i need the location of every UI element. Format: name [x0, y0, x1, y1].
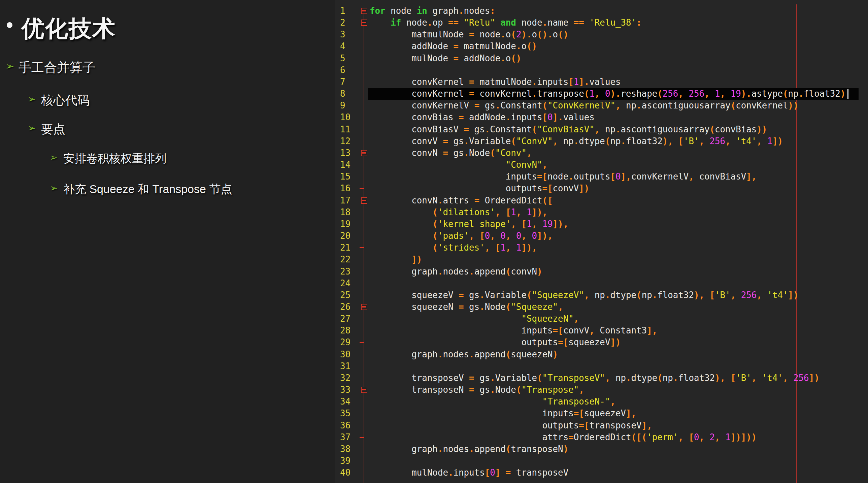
code-line-36[interactable]: 36 outputs=[transposeV], [335, 420, 868, 431]
code-line-29[interactable]: 29 outputs=[squeezeV]) [335, 336, 868, 348]
code-line-23[interactable]: 23 graph.nodes.append(convN) [335, 266, 868, 277]
line-number: 11 [340, 124, 350, 135]
line-number: 25 [340, 289, 350, 301]
code-line-4[interactable]: 4 addNode = matmulNode.o() [335, 40, 868, 52]
code-line-38[interactable]: 38 graph.nodes.append(transposeN) [335, 443, 868, 455]
outline-item-core-code: 核心代码 [41, 92, 90, 109]
fold-toggle-icon[interactable] [361, 387, 367, 393]
code-text: ('pads', [0, 0, 0, 0]), [370, 230, 553, 242]
line-number: 34 [340, 396, 350, 407]
code-line-6[interactable]: 6 [335, 64, 868, 76]
code-text: inputs=[node.outputs[0],convKernelV, con… [370, 171, 756, 183]
code-line-40[interactable]: 40 mulNode.inputs[0] = transposeV [335, 467, 868, 479]
fold-end-marker [360, 247, 364, 248]
code-text: convBias = addNode.inputs[0].values [370, 112, 595, 123]
line-number: 13 [340, 147, 350, 159]
code-text: "SqueezeN", [370, 313, 579, 325]
code-line-3[interactable]: 3 matmulNode = node.o(2).o().o() [335, 29, 868, 40]
line-number: 28 [340, 325, 350, 336]
line-number: 15 [340, 171, 350, 183]
line-number: 37 [340, 431, 350, 443]
code-line-24[interactable]: 24 [335, 277, 868, 289]
line-number: 31 [340, 360, 350, 372]
text-caret [847, 89, 848, 99]
code-line-26[interactable]: 26 squeezeN = gs.Node("Squeeze", [335, 301, 868, 313]
code-line-12[interactable]: 12 convV = gs.Variable("ConvV", np.dtype… [335, 135, 868, 147]
line-number: 36 [340, 420, 350, 431]
code-line-14[interactable]: 14 "ConvN", [335, 159, 868, 171]
code-line-19[interactable]: 19 ('kernel_shape', [1, 19]), [335, 218, 868, 230]
code-text: convN = gs.Node("Conv", [370, 147, 532, 159]
line-number: 35 [340, 407, 350, 419]
line-number: 27 [340, 313, 350, 325]
code-editor[interactable]: 1for node in graph.nodes:2 if node.op ==… [335, 0, 868, 483]
fold-toggle-icon[interactable] [361, 150, 367, 156]
outline-item-squeeze-transpose: 补充 Squeeze 和 Transpose 节点 [63, 182, 232, 197]
code-text: convKernel = convKernel.transpose(1, 0).… [370, 88, 848, 100]
code-line-20[interactable]: 20 ('pads', [0, 0, 0, 0]), [335, 230, 868, 242]
code-line-16[interactable]: 16 outputs=[convV]) [335, 183, 868, 194]
code-text: matmulNode = node.o(2).o().o() [370, 29, 568, 40]
line-number: 39 [340, 455, 350, 467]
code-line-25[interactable]: 25 squeezeV = gs.Variable("SqueezeV", np… [335, 289, 868, 301]
code-line-28[interactable]: 28 inputs=[convV, Constant3], [335, 325, 868, 336]
arrow-bullet-icon: ➢ [28, 93, 36, 105]
slide-outline-pane: 优化技术 ➢ 手工合并算子 ➢ 核心代码 ➢ 要点 ➢ 安排卷积核权重排列 ➢ … [0, 0, 335, 483]
code-text: transposeV = gs.Variable("TransposeV", n… [370, 372, 819, 384]
code-line-10[interactable]: 10 convBias = addNode.inputs[0].values [335, 112, 868, 123]
line-number: 30 [340, 349, 350, 360]
line-number: 4 [340, 40, 345, 52]
fold-toggle-icon[interactable] [361, 304, 367, 310]
code-line-34[interactable]: 34 "TransposeN-", [335, 396, 868, 407]
code-line-27[interactable]: 27 "SqueezeN", [335, 313, 868, 325]
line-number: 22 [340, 253, 350, 265]
code-text: convBiasV = gs.Constant("ConvBiasV", np.… [370, 124, 767, 135]
code-line-33[interactable]: 33 transposeN = gs.Node("Transpose", [335, 384, 868, 396]
fold-end-marker [360, 437, 364, 438]
code-text: attrs=OrderedDict([('perm', [0, 2, 1])])… [370, 431, 756, 443]
code-line-8[interactable]: 8 convKernel = convKernel.transpose(1, 0… [335, 88, 868, 100]
line-number: 7 [340, 76, 345, 88]
arrow-bullet-icon: ➢ [50, 183, 58, 194]
fold-toggle-icon[interactable] [361, 8, 367, 14]
code-line-9[interactable]: 9 convKernelV = gs.Constant("ConvKernelV… [335, 100, 868, 112]
code-line-37[interactable]: 37 attrs=OrderedDict([('perm', [0, 2, 1]… [335, 431, 868, 443]
fold-end-marker [360, 188, 364, 189]
code-text: graph.nodes.append(transposeN) [370, 443, 568, 455]
code-line-7[interactable]: 7 convKernel = matmulNode.inputs[1].valu… [335, 76, 868, 88]
code-text: inputs=[squeezeV], [370, 407, 637, 419]
code-line-31[interactable]: 31 [335, 360, 868, 372]
code-line-2[interactable]: 2 if node.op == "Relu" and node.name == … [335, 17, 868, 29]
fold-toggle-icon[interactable] [361, 198, 367, 204]
code-line-32[interactable]: 32 transposeV = gs.Variable("TransposeV"… [335, 372, 868, 384]
code-line-13[interactable]: 13 convN = gs.Node("Conv", [335, 147, 868, 159]
code-text: mulNode.inputs[0] = transposeV [370, 467, 568, 479]
code-line-35[interactable]: 35 inputs=[squeezeV], [335, 407, 868, 419]
code-text: if node.op == "Relu" and node.name == 'R… [370, 17, 642, 29]
code-line-21[interactable]: 21 ('strides', [1, 1]), [335, 242, 868, 253]
code-line-17[interactable]: 17 convN.attrs = OrderedDict([ [335, 195, 868, 207]
code-text: outputs=[squeezeV]) [370, 336, 621, 348]
code-text: convV = gs.Variable("ConvV", np.dtype(np… [370, 135, 783, 147]
code-text: addNode = matmulNode.o() [370, 40, 537, 52]
line-number: 24 [340, 277, 350, 289]
code-line-11[interactable]: 11 convBiasV = gs.Constant("ConvBiasV", … [335, 124, 868, 135]
arrow-bullet-icon: ➢ [28, 122, 36, 134]
line-number: 29 [340, 336, 350, 348]
code-line-22[interactable]: 22 ]) [335, 253, 868, 265]
line-number: 23 [340, 266, 350, 277]
code-line-39[interactable]: 39 [335, 455, 868, 467]
code-text: ('strides', [1, 1]), [370, 242, 537, 253]
line-number: 33 [340, 384, 350, 396]
code-line-5[interactable]: 5 mulNode = addNode.o() [335, 53, 868, 64]
code-line-15[interactable]: 15 inputs=[node.outputs[0],convKernelV, … [335, 171, 868, 183]
fold-toggle-icon[interactable] [361, 20, 367, 26]
code-line-18[interactable]: 18 ('dilations', [1, 1]), [335, 207, 868, 218]
code-line-30[interactable]: 30 graph.nodes.append(squeezeN) [335, 349, 868, 360]
line-number: 6 [340, 64, 345, 76]
outline-item-key-points: 要点 [41, 121, 65, 138]
line-number: 17 [340, 195, 350, 207]
code-text: convN.attrs = OrderedDict([ [370, 195, 553, 207]
line-number: 8 [340, 88, 345, 100]
code-line-1[interactable]: 1for node in graph.nodes: [335, 5, 868, 17]
